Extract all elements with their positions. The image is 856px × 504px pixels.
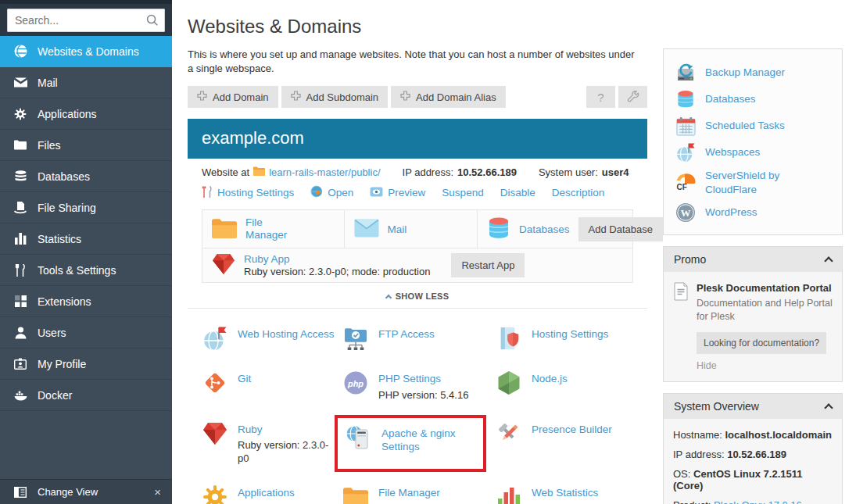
feature-presence-builder[interactable]: Presence Builder (496, 412, 633, 475)
feature-ruby[interactable]: RubyRuby version: 2.3.0-p0 (202, 412, 342, 475)
add-database-button[interactable]: Add Database (578, 217, 663, 241)
feature-hosting-settings[interactable]: Hosting Settings (496, 316, 633, 361)
restart-app-button[interactable]: Restart App (451, 253, 525, 277)
feature-ftp-access[interactable]: FTP Access (342, 316, 496, 361)
feature-link[interactable]: Git (238, 372, 251, 386)
mail-link[interactable]: Mail (388, 223, 407, 235)
quick-link[interactable]: Backup Manager (705, 66, 785, 80)
question-icon: ? (597, 91, 603, 104)
chevron-up-icon (824, 403, 833, 412)
sidebar-item-websites-domains[interactable]: Websites & Domains (0, 36, 172, 67)
close-icon[interactable]: × (154, 486, 161, 498)
disable-link[interactable]: Disable (500, 187, 535, 198)
feature-applications[interactable]: Applications (202, 475, 342, 504)
ruby-app-link[interactable]: Ruby App (244, 253, 290, 265)
quick-link[interactable]: Databases (705, 92, 756, 106)
databases-link[interactable]: Databases (519, 223, 570, 235)
feature-link[interactable]: Ruby (238, 423, 336, 437)
id-badge-icon (12, 358, 29, 370)
preview-link[interactable]: Preview (370, 187, 425, 199)
open-icon (310, 185, 323, 200)
sidebar-item-tools-settings[interactable]: Tools & Settings (0, 255, 172, 286)
looking-for-documentation-button[interactable]: Looking for documentation? (697, 332, 826, 354)
sidebar-item-file-sharing[interactable]: File Sharing (0, 192, 172, 223)
database-icon (675, 89, 696, 109)
open-link[interactable]: Open (310, 185, 353, 200)
feature-link[interactable]: PHP Settings (378, 372, 468, 386)
quick-links-panel: Backup Manager Databases Scheduled Tasks… (663, 48, 843, 235)
sidebar-item-label: Mail (38, 77, 58, 89)
feature-link[interactable]: FTP Access (378, 327, 435, 341)
plus-icon (291, 91, 301, 103)
calendar-icon (675, 116, 696, 136)
file-manager-link[interactable]: File Manager (245, 216, 302, 243)
quick-link[interactable]: WordPress (705, 206, 758, 220)
sidebar-item-extensions[interactable]: Extensions (0, 286, 172, 317)
feature-apache-nginx-settings[interactable]: Apache & nginx Settings (335, 415, 486, 472)
add-domain-alias-button[interactable]: Add Domain Alias (391, 86, 506, 108)
sidebar-item-mail[interactable]: Mail (0, 67, 172, 98)
feature-git[interactable]: Git (202, 361, 342, 411)
show-less-toggle[interactable]: SHOW LESS (188, 283, 647, 309)
suspend-link[interactable]: Suspend (442, 187, 483, 198)
feature-php-settings[interactable]: php PHP SettingsPHP version: 5.4.16 (342, 361, 496, 411)
feature-web-statistics[interactable]: Web Statistics (496, 475, 633, 504)
add-subdomain-button[interactable]: Add Subdomain (281, 86, 389, 108)
ruby-icon (212, 253, 235, 277)
chevron-up-icon (385, 295, 391, 301)
feature-nodejs[interactable]: Node.js (496, 361, 633, 411)
sidebar-item-statistics[interactable]: Statistics (0, 223, 172, 255)
feature-link[interactable]: Presence Builder (532, 423, 612, 437)
feature-web-hosting-access[interactable]: Web Hosting Access (202, 316, 342, 361)
system-user-label: System user: (539, 166, 598, 178)
change-view-bar[interactable]: Change View × (0, 479, 172, 504)
sidebar-item-docker[interactable]: Docker (0, 380, 172, 411)
feature-link[interactable]: Web Statistics (532, 486, 598, 500)
description-link[interactable]: Description (552, 187, 605, 198)
product-version-link[interactable]: Plesk Onyx 17.0.16 (714, 499, 802, 504)
wrench-button[interactable] (618, 86, 647, 108)
promo-header[interactable]: Promo (664, 247, 842, 272)
domain-card-header: example.com (188, 119, 647, 159)
system-overview-header[interactable]: System Overview (664, 394, 842, 419)
right-panel: Backup Manager Databases Scheduled Tasks… (663, 48, 843, 504)
docroot-link[interactable]: learn-rails-master/public/ (269, 166, 380, 178)
nodejs-icon (496, 370, 522, 396)
sidebar-item-label: File Sharing (38, 202, 96, 214)
hosting-settings-link[interactable]: Hosting Settings (202, 186, 294, 200)
quick-link[interactable]: Webspaces (705, 145, 760, 159)
ip-address-row: IP address: 10.52.66.189 (673, 449, 833, 460)
shortcut-row: File Manager Mail Databases Add Database (202, 209, 633, 248)
ruby-version-text: Ruby version: 2.3.0-p0; mode: production (244, 266, 430, 277)
feature-link[interactable]: Applications (238, 486, 295, 500)
feature-link[interactable]: File Manager (378, 486, 440, 500)
hide-link[interactable]: Hide (697, 360, 833, 371)
document-icon (673, 282, 689, 303)
main-content: Websites & Domains This is where you set… (188, 0, 647, 504)
quick-link[interactable]: ServerShield by CloudFlare (705, 169, 830, 196)
sidebar-item-my-profile[interactable]: My Profile (0, 349, 172, 380)
quick-link-backup-manager: Backup Manager (664, 59, 842, 86)
quick-link[interactable]: Scheduled Tasks (705, 119, 785, 133)
feature-link[interactable]: Hosting Settings (532, 327, 608, 341)
feature-link[interactable]: Web Hosting Access (238, 327, 335, 341)
system-overview-body: Hostname: localhost.localdomain IP addre… (664, 419, 842, 504)
scroll-shield-icon (496, 325, 522, 352)
sidebar-nav: Websites & Domains Mail Applications Fil… (0, 36, 172, 411)
folder-icon (253, 166, 265, 178)
sidebar-item-files[interactable]: Files (0, 130, 172, 161)
wrench-icon (627, 90, 639, 105)
sidebar-item-users[interactable]: Users (0, 317, 172, 349)
feature-link[interactable]: Node.js (532, 372, 568, 386)
sidebar-item-applications[interactable]: Applications (0, 98, 172, 130)
promo-item-title: Plesk Documentation Portal (697, 282, 833, 294)
domain-card: example.com Website at learn-rails-maste… (188, 119, 647, 504)
feature-link[interactable]: Apache & nginx Settings (381, 427, 477, 454)
sidebar-item-databases[interactable]: Databases (0, 161, 172, 192)
feature-file-manager[interactable]: File Manager (342, 475, 496, 504)
add-domain-button[interactable]: Add Domain (188, 86, 278, 108)
help-button[interactable]: ? (586, 86, 615, 108)
search-input[interactable] (7, 9, 165, 32)
svg-text:php: php (347, 379, 364, 388)
database-icon (12, 170, 29, 183)
